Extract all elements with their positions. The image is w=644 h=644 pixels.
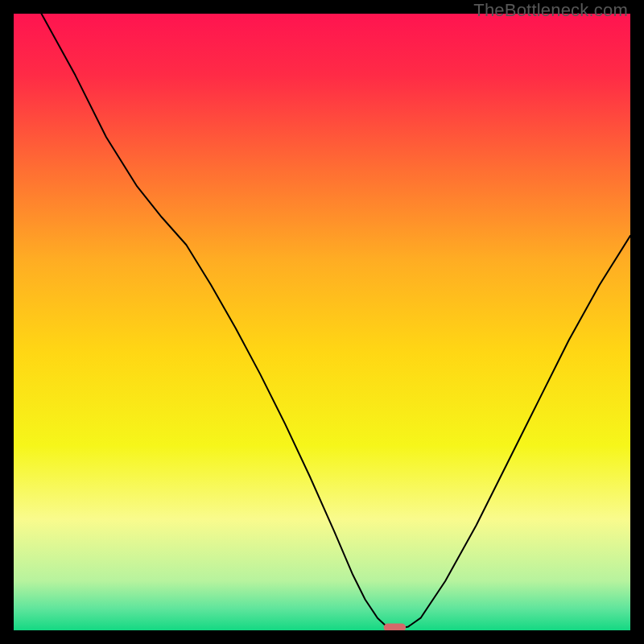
- bottleneck-chart: [14, 14, 630, 630]
- gradient-background: [14, 14, 630, 630]
- watermark-label: TheBottleneck.com: [473, 0, 628, 21]
- chart-frame: TheBottleneck.com: [0, 0, 644, 644]
- plot-area: [14, 14, 630, 630]
- optimal-marker: [384, 624, 407, 630]
